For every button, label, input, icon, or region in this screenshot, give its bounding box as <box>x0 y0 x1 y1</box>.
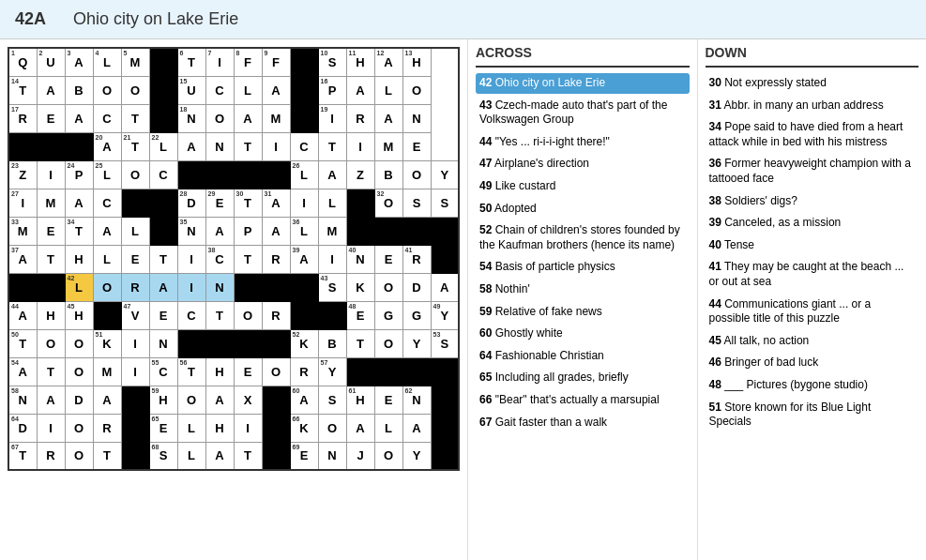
grid-cell[interactable] <box>205 160 234 189</box>
grid-cell[interactable] <box>234 160 262 189</box>
grid-cell[interactable]: 34T <box>65 217 93 245</box>
grid-cell[interactable]: C <box>93 189 121 217</box>
grid-cell[interactable]: O <box>121 76 149 104</box>
across-clue-item[interactable]: 64 Fashionable Christian <box>476 346 690 367</box>
grid-cell[interactable] <box>318 301 346 329</box>
grid-cell[interactable] <box>374 217 402 245</box>
grid-cell[interactable] <box>262 414 290 442</box>
grid-cell[interactable]: O <box>402 76 431 104</box>
grid-cell[interactable]: T <box>37 357 65 386</box>
grid-cell[interactable] <box>121 189 149 217</box>
grid-cell[interactable]: E <box>121 245 149 273</box>
grid-cell[interactable]: 5M <box>121 48 149 76</box>
grid-cell[interactable]: G <box>402 301 431 329</box>
grid-cell[interactable]: 48E <box>346 301 374 329</box>
across-clue-item[interactable]: 50 Adopted <box>476 199 690 219</box>
grid-cell[interactable]: 1Q <box>8 48 37 76</box>
grid-cell[interactable] <box>290 301 318 329</box>
grid-cell[interactable]: C <box>290 132 318 160</box>
down-clue-item[interactable]: 39 Canceled, as a mission <box>706 213 919 234</box>
grid-cell[interactable]: O <box>37 329 65 357</box>
grid-cell[interactable]: 19I <box>318 104 346 132</box>
grid-cell[interactable]: D <box>65 386 93 414</box>
grid-cell[interactable]: 8F <box>234 48 262 76</box>
grid-cell[interactable]: 4L <box>93 48 121 76</box>
grid-cell[interactable] <box>262 329 290 357</box>
grid-cell[interactable]: C <box>205 76 234 104</box>
grid-cell[interactable]: T <box>37 245 65 273</box>
grid-cell[interactable] <box>37 273 65 301</box>
grid-cell[interactable]: E <box>234 357 262 386</box>
grid-cell[interactable]: O <box>65 442 93 470</box>
grid-cell[interactable] <box>177 160 205 189</box>
grid-cell[interactable] <box>262 442 290 470</box>
grid-cell[interactable]: 49Y <box>431 301 459 329</box>
down-clue-item[interactable]: 51 Store known for its Blue Light Specia… <box>706 398 919 432</box>
grid-cell[interactable]: T <box>318 132 346 160</box>
grid-cell[interactable] <box>93 301 121 329</box>
grid-cell[interactable]: O <box>177 386 205 414</box>
across-clue-item[interactable]: 43 Czech-made auto that's part of the Vo… <box>476 96 690 130</box>
grid-cell[interactable]: 60A <box>290 386 318 414</box>
grid-cell[interactable]: L <box>234 76 262 104</box>
across-clue-item[interactable]: 59 Relative of fake news <box>476 302 690 323</box>
grid-cell[interactable]: 40N <box>346 245 374 273</box>
grid-cell[interactable]: 18N <box>177 104 205 132</box>
grid-cell[interactable]: 42L <box>65 273 93 301</box>
across-clue-item[interactable]: 58 Nothin' <box>476 280 690 300</box>
grid-cell[interactable] <box>8 273 37 301</box>
grid-cell[interactable]: 20A <box>93 132 121 160</box>
grid-cell[interactable]: 47V <box>121 301 149 329</box>
down-clue-item[interactable]: 40 Tense <box>706 235 919 256</box>
grid-cell[interactable] <box>8 132 37 160</box>
grid-cell[interactable]: I <box>262 132 290 160</box>
grid-cell[interactable]: B <box>318 329 346 357</box>
grid-cell[interactable]: M <box>262 104 290 132</box>
grid-cell[interactable]: O <box>234 301 262 329</box>
grid-cell[interactable]: 65E <box>149 414 177 442</box>
grid-cell[interactable]: R <box>37 442 65 470</box>
grid-cell[interactable]: Z <box>346 160 374 189</box>
grid-cell[interactable] <box>402 217 431 245</box>
grid-cell[interactable]: 29E <box>205 189 234 217</box>
grid-cell[interactable] <box>290 273 318 301</box>
down-clue-item[interactable]: 46 Bringer of bad luck <box>706 353 919 373</box>
grid-cell[interactable]: O <box>93 76 121 104</box>
grid-cell[interactable]: 51K <box>93 329 121 357</box>
grid-cell[interactable]: N <box>149 329 177 357</box>
grid-cell[interactable]: L <box>374 76 402 104</box>
grid-cell[interactable]: L <box>121 217 149 245</box>
grid-cell[interactable]: O <box>402 160 431 189</box>
grid-cell[interactable]: T <box>234 132 262 160</box>
grid-cell[interactable]: H <box>205 414 234 442</box>
grid-cell[interactable]: L <box>318 189 346 217</box>
across-clue-item[interactable]: 67 Gait faster than a walk <box>476 413 690 433</box>
grid-cell[interactable]: 50T <box>8 329 37 357</box>
grid-cell[interactable]: A <box>234 104 262 132</box>
grid-cell[interactable]: E <box>149 301 177 329</box>
grid-cell[interactable]: L <box>177 442 205 470</box>
grid-cell[interactable]: E <box>37 104 65 132</box>
grid-cell[interactable]: 32O <box>374 189 402 217</box>
across-clue-item[interactable]: 47 Airplane's direction <box>476 154 690 174</box>
grid-cell[interactable]: O <box>65 329 93 357</box>
grid-cell[interactable]: 58N <box>8 386 37 414</box>
grid-cell[interactable]: N <box>205 273 234 301</box>
grid-cell[interactable]: Y <box>431 160 459 189</box>
grid-cell[interactable]: 24P <box>65 160 93 189</box>
grid-cell[interactable]: 33M <box>8 217 37 245</box>
grid-cell[interactable] <box>402 357 431 386</box>
grid-cell[interactable]: R <box>121 273 149 301</box>
grid-cell[interactable] <box>346 357 374 386</box>
grid-cell[interactable]: K <box>346 273 374 301</box>
grid-cell[interactable]: 56T <box>177 357 205 386</box>
grid-cell[interactable]: 62N <box>402 386 431 414</box>
grid-cell[interactable]: A <box>177 132 205 160</box>
grid-cell[interactable] <box>149 48 177 76</box>
grid-cell[interactable]: 2U <box>37 48 65 76</box>
grid-cell[interactable]: 11H <box>346 48 374 76</box>
grid-cell[interactable]: P <box>234 217 262 245</box>
grid-cell[interactable]: 21T <box>121 132 149 160</box>
grid-cell[interactable]: X <box>234 386 262 414</box>
grid-cell[interactable] <box>290 104 318 132</box>
